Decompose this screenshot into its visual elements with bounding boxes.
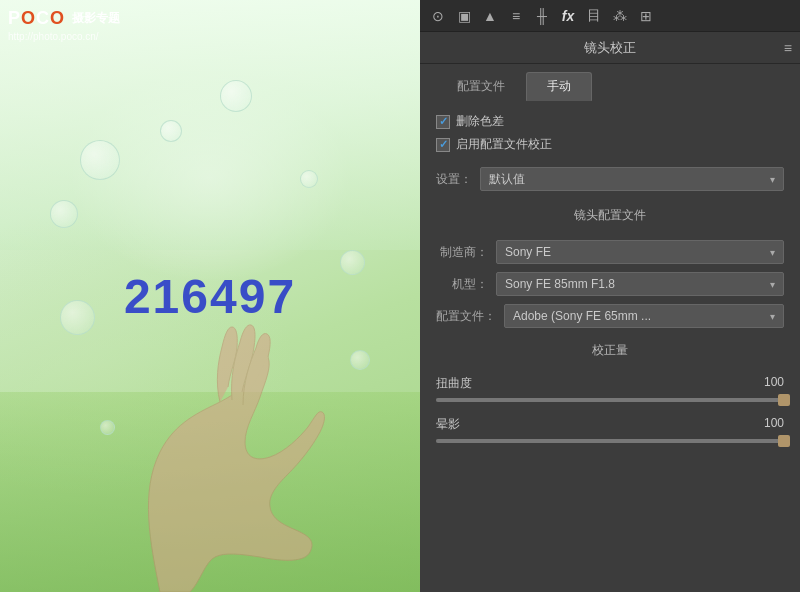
watermark-logo: POCO 摄影专题 [8, 8, 120, 29]
panel-title: 镜头校正 [584, 39, 636, 57]
checkbox-row-aberration: 删除色差 [436, 113, 784, 130]
toolbar-icon-4[interactable]: ≡ [506, 6, 526, 26]
settings-dropdown-arrow: ▾ [770, 174, 775, 185]
vignette-label-row: 晕影 100 [436, 416, 784, 433]
vignette-slider-row: 晕影 100 [436, 416, 784, 443]
vignette-fill [436, 439, 784, 443]
profile-file-dropdown[interactable]: Adobe (Sony FE 65mm ... ▾ [504, 304, 784, 328]
checkbox-enable-profile[interactable] [436, 138, 450, 152]
tab-config[interactable]: 配置文件 [436, 72, 526, 101]
distortion-thumb[interactable] [778, 394, 790, 406]
toolbar-icon-2[interactable]: ▣ [454, 6, 474, 26]
bubble [80, 140, 120, 180]
checkbox-remove-aberration[interactable] [436, 115, 450, 129]
bubble [300, 170, 318, 188]
toolbar-icon-5[interactable]: ╫ [532, 6, 552, 26]
manufacturer-arrow: ▾ [770, 247, 775, 258]
manufacturer-label: 制造商： [436, 244, 488, 261]
watermark-title: 摄影专题 [72, 10, 120, 27]
distortion-label-row: 扭曲度 100 [436, 375, 784, 392]
checkbox-label-profile: 启用配置文件校正 [456, 136, 552, 153]
manufacturer-dropdown[interactable]: Sony FE ▾ [496, 240, 784, 264]
poco-logo: POCO [8, 8, 65, 29]
vignette-label: 晕影 [436, 416, 460, 433]
lens-profile-title: 镜头配置文件 [436, 207, 784, 228]
profile-file-arrow: ▾ [770, 311, 775, 322]
settings-value: 默认值 [489, 171, 525, 188]
toolbar-icon-9[interactable]: ⊞ [636, 6, 656, 26]
profile-file-row: 配置文件： Adobe (Sony FE 65mm ... ▾ [436, 304, 784, 328]
watermark: POCO 摄影专题 http://photo.poco.cn/ [8, 8, 120, 42]
profile-file-value: Adobe (Sony FE 65mm ... [513, 309, 651, 323]
tab-manual[interactable]: 手动 [526, 72, 592, 101]
correction-section: 校正量 扭曲度 100 晕影 100 [436, 342, 784, 443]
model-label: 机型： [436, 276, 488, 293]
vignette-value: 100 [764, 416, 784, 433]
bubble [220, 80, 252, 112]
watermark-url: http://photo.poco.cn/ [8, 31, 120, 42]
correction-title: 校正量 [436, 342, 784, 363]
distortion-fill [436, 398, 784, 402]
model-arrow: ▾ [770, 279, 775, 290]
panel-header: 镜头校正 ≡ [420, 32, 800, 64]
photo-panel: POCO 摄影专题 http://photo.poco.cn/ 216497 [0, 0, 420, 592]
checkbox-row-profile: 启用配置文件校正 [436, 136, 784, 153]
model-row: 机型： Sony FE 85mm F1.8 ▾ [436, 272, 784, 296]
settings-dropdown[interactable]: 默认值 ▾ [480, 167, 784, 191]
toolbar: ⊙ ▣ ▲ ≡ ╫ fx 目 ⁂ ⊞ [420, 0, 800, 32]
manufacturer-value: Sony FE [505, 245, 551, 259]
toolbar-icon-7[interactable]: 目 [584, 6, 604, 26]
distortion-label: 扭曲度 [436, 375, 472, 392]
distortion-slider-row: 扭曲度 100 [436, 375, 784, 402]
toolbar-icon-6[interactable]: fx [558, 6, 578, 26]
vignette-track[interactable] [436, 439, 784, 443]
settings-label: 设置： [436, 171, 472, 188]
distortion-track[interactable] [436, 398, 784, 402]
checkbox-label-aberration: 删除色差 [456, 113, 504, 130]
bubble [160, 120, 182, 142]
toolbar-icon-8[interactable]: ⁂ [610, 6, 630, 26]
panel-menu-icon[interactable]: ≡ [784, 40, 792, 56]
right-panel: ⊙ ▣ ▲ ≡ ╫ fx 目 ⁂ ⊞ 镜头校正 ≡ 配置文件 手动 删除色差 [420, 0, 800, 592]
model-dropdown[interactable]: Sony FE 85mm F1.8 ▾ [496, 272, 784, 296]
profile-file-label: 配置文件： [436, 308, 496, 325]
checkboxes-section: 删除色差 启用配置文件校正 [436, 113, 784, 153]
settings-row: 设置： 默认值 ▾ [436, 167, 784, 191]
manufacturer-row: 制造商： Sony FE ▾ [436, 240, 784, 264]
model-value: Sony FE 85mm F1.8 [505, 277, 615, 291]
vignette-thumb[interactable] [778, 435, 790, 447]
content-area: 删除色差 启用配置文件校正 设置： 默认值 ▾ 镜头配置文件 制造商： Sony… [420, 101, 800, 592]
tabs-row: 配置文件 手动 [420, 64, 800, 101]
toolbar-icon-1[interactable]: ⊙ [428, 6, 448, 26]
lens-profile-section: 镜头配置文件 制造商： Sony FE ▾ 机型： Sony FE 85mm F… [436, 207, 784, 328]
toolbar-icon-3[interactable]: ▲ [480, 6, 500, 26]
distortion-value: 100 [764, 375, 784, 392]
watermark-number: 216497 [124, 269, 296, 324]
